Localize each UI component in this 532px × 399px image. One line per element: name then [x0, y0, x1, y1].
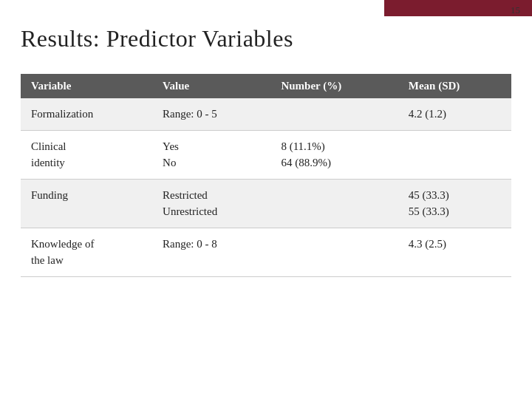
cell-mean: 4.3 (2.5) [398, 228, 511, 276]
cell-mean: 4.2 (1.2) [398, 98, 511, 130]
cell-mean: 45 (33.3) 55 (33.3) [398, 179, 511, 228]
cell-number [270, 179, 398, 228]
table-row: FormalizationRange: 0 - 54.2 (1.2) [21, 98, 511, 130]
cell-value: Restricted Unrestricted [152, 179, 270, 228]
data-table: Variable Value Number (%) Mean (SD) Form… [21, 74, 511, 277]
table-header-row: Variable Value Number (%) Mean (SD) [21, 74, 511, 98]
cell-number [270, 98, 398, 130]
table-row: FundingRestricted Unrestricted45 (33.3) … [21, 179, 511, 228]
col-header-mean: Mean (SD) [398, 74, 511, 98]
cell-value: Range: 0 - 5 [152, 98, 270, 130]
cell-number: 8 (11.1%) 64 (88.9%) [270, 130, 398, 179]
cell-value: Yes No [152, 130, 270, 179]
page-number: 15 [511, 4, 520, 16]
cell-variable: Clinical identity [21, 130, 152, 179]
cell-number [270, 228, 398, 276]
page-title: Results: Predictor Variables [21, 25, 293, 52]
col-header-value: Value [152, 74, 270, 98]
table-row: Knowledge of the lawRange: 0 - 84.3 (2.5… [21, 228, 511, 276]
cell-mean [398, 130, 511, 179]
cell-value: Range: 0 - 8 [152, 228, 270, 276]
cell-variable: Knowledge of the law [21, 228, 152, 276]
cell-variable: Formalization [21, 98, 152, 130]
cell-variable: Funding [21, 179, 152, 228]
accent-bar [384, 0, 532, 16]
col-header-variable: Variable [21, 74, 152, 98]
table-row: Clinical identityYes No8 (11.1%) 64 (88.… [21, 130, 511, 179]
col-header-number: Number (%) [270, 74, 398, 98]
